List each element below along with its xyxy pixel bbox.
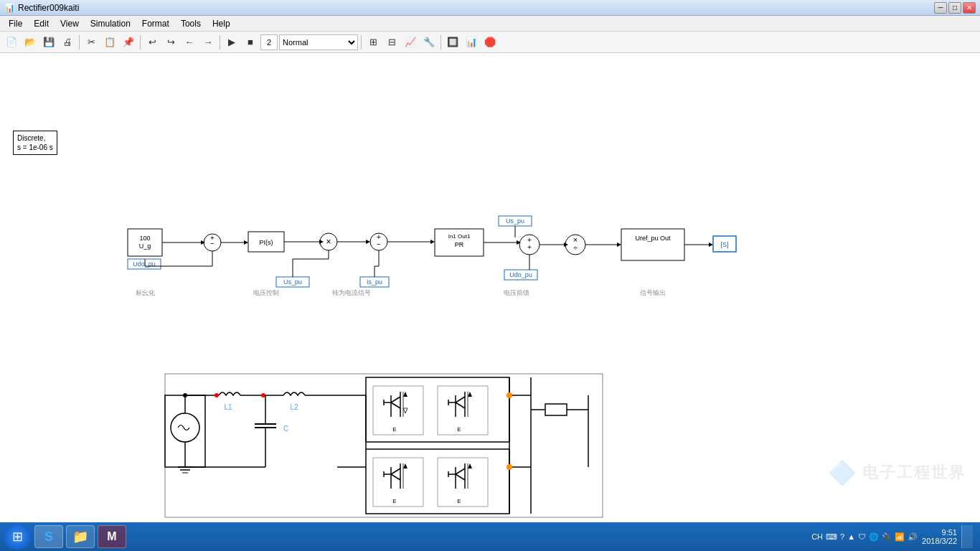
arrow-icon: ▲ (847, 532, 855, 541)
signal-icon: 📶 (895, 532, 905, 542)
titlebar: 📊 Rectifier009kaiti ─ □ ✕ (0, 0, 980, 16)
undo-button[interactable]: ↩ (143, 34, 161, 51)
svg-text:Is_pu: Is_pu (367, 278, 382, 286)
subsystem-block[interactable] (621, 229, 684, 260)
svg-text:E: E (392, 498, 396, 504)
show-desktop[interactable] (961, 525, 973, 548)
cut-button[interactable]: ✂ (83, 34, 100, 51)
sep5 (440, 35, 441, 50)
svg-text:L1: L1 (224, 403, 232, 411)
stop-button[interactable]: ■ (242, 34, 259, 51)
sim-mode-select[interactable]: Normal Accelerator Rapid Accelerator (279, 34, 358, 50)
svg-rect-108 (373, 458, 423, 507)
network-icon: 🌐 (869, 532, 879, 542)
svg-marker-93 (403, 392, 407, 397)
svg-marker-17 (366, 240, 370, 244)
svg-rect-120 (438, 458, 488, 507)
shield-icon: 🛡 (858, 532, 866, 541)
svg-marker-130 (468, 463, 472, 468)
svg-line-111 (391, 474, 400, 480)
voltage-source[interactable] (171, 413, 199, 442)
svg-rect-96 (438, 386, 488, 435)
svg-line-85 (391, 397, 400, 402)
redo-button[interactable]: ↪ (162, 34, 179, 51)
save-button[interactable]: 💾 (40, 34, 57, 51)
scope-btn[interactable]: 📈 (402, 34, 419, 51)
svg-text:标幺化: 标幺化 (135, 289, 155, 296)
svg-text:U_g: U_g (139, 242, 151, 250)
taskbar-app-folder[interactable]: 📁 (66, 525, 95, 548)
print-button[interactable]: 🖨 (59, 34, 76, 51)
taskbar-app-s[interactable]: S (34, 525, 63, 548)
canvas-area: Discrete, s = 1e-06 s 100 U_g Udo_pu 标幺化… (0, 53, 980, 522)
copy-button[interactable]: 📋 (101, 34, 118, 51)
svg-point-142 (507, 392, 512, 398)
icon1[interactable]: 🔲 (444, 34, 461, 51)
svg-text:L2: L2 (290, 403, 298, 411)
play-button[interactable]: ▶ (223, 34, 240, 51)
icon3[interactable]: 🛑 (481, 34, 499, 51)
svg-text:C: C (283, 425, 288, 433)
icon2[interactable]: 📊 (463, 34, 480, 51)
menu-simulation[interactable]: Simulation (85, 17, 136, 30)
start-button[interactable]: ⊞ (3, 524, 32, 550)
svg-marker-42 (709, 242, 713, 247)
sep3 (220, 35, 220, 50)
new-button[interactable]: 📄 (3, 34, 20, 51)
svg-line-123 (456, 474, 465, 480)
svg-text:Us_pu: Us_pu (506, 217, 524, 225)
menu-format[interactable]: Format (136, 17, 175, 30)
menu-tools[interactable]: Tools (175, 17, 207, 30)
open-button[interactable]: 📂 (22, 34, 39, 51)
close-button[interactable]: ✕ (963, 2, 976, 14)
svg-text:−: − (377, 240, 381, 248)
svg-line-122 (456, 468, 465, 474)
nav-back[interactable]: ← (181, 34, 198, 51)
menu-file[interactable]: File (3, 17, 28, 30)
menu-view[interactable]: View (55, 17, 85, 30)
sep2 (140, 35, 141, 50)
menu-edit[interactable]: Edit (28, 17, 55, 30)
lib-btn[interactable]: ⊞ (364, 34, 382, 51)
lang-indicator: CH (811, 532, 823, 541)
window-controls: ─ □ ✕ (934, 2, 976, 14)
svg-text:E: E (392, 426, 396, 433)
svg-text:信号输出: 信号输出 (640, 289, 666, 296)
nav-forward[interactable]: → (199, 34, 217, 51)
svg-text:−: − (210, 240, 215, 248)
svg-text:电压前馈: 电压前馈 (504, 289, 529, 296)
sim-time-input[interactable] (260, 34, 278, 50)
maximize-button[interactable]: □ (948, 2, 961, 14)
window-title: 📊 Rectifier009kaiti (4, 3, 79, 13)
debug-btn[interactable]: 🔧 (420, 34, 438, 51)
svg-text:In1  Out1: In1 Out1 (448, 233, 471, 240)
svg-marker-22 (430, 240, 435, 244)
grid-btn[interactable]: ⊟ (383, 34, 400, 51)
sep4 (361, 35, 362, 50)
svg-line-110 (391, 468, 400, 474)
svg-line-99 (456, 402, 465, 408)
taskbar-right: CH ⌨ ? ▲ 🛡 🌐 🔌 📶 🔊 9:51 2018/3/22 (811, 525, 977, 548)
svg-text:PR: PR (455, 241, 464, 248)
menubar: File Edit View Simulation Format Tools H… (0, 16, 980, 32)
clock: 9:51 2018/3/22 (922, 528, 957, 545)
help-icon: ? (840, 532, 844, 541)
toolbar: 📄 📂 💾 🖨 ✂ 📋 📌 ↩ ↪ ← → ▶ ■ Normal Acceler… (0, 32, 980, 53)
simulink-diagram: 100 U_g Udo_pu 标幺化 + − PI(s) 电压控制 × (0, 53, 980, 522)
svg-text:PI(s): PI(s) (260, 239, 273, 246)
menu-help[interactable]: Help (207, 17, 236, 30)
svg-text:E: E (457, 498, 461, 504)
svg-line-86 (391, 402, 400, 408)
svg-text:电压控制: 电压控制 (253, 289, 279, 296)
minimize-button[interactable]: ─ (934, 2, 947, 14)
taskbar: ⊞ S 📁 M CH ⌨ ? ▲ 🛡 🌐 🔌 📶 🔊 9:51 2018/3/2… (0, 522, 980, 551)
svg-point-143 (507, 464, 512, 470)
sep1 (79, 35, 80, 50)
svg-point-73 (261, 393, 265, 397)
svg-rect-83 (373, 386, 423, 435)
svg-text:Us_pu: Us_pu (283, 278, 302, 286)
taskbar-app-matlab[interactable]: M (98, 525, 126, 548)
svg-marker-94 (403, 408, 407, 413)
paste-button[interactable]: 📌 (120, 34, 137, 51)
svg-marker-106 (468, 392, 472, 397)
